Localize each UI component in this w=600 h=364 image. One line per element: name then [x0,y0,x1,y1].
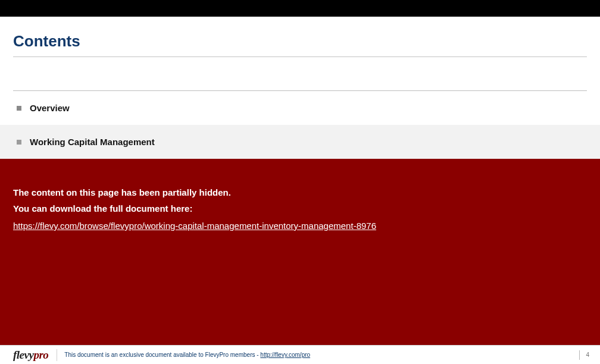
toc-row-working-capital: Working Capital Management [0,125,600,159]
slide-page: Contents Overview Working Capital Manage… [0,0,600,364]
footer-link[interactable]: http://flevy.com/pro [260,352,310,358]
page-number: 4 [586,352,589,358]
flevypro-logo: flevypro [13,349,48,362]
logo-text-pro: pro [33,349,48,362]
page-number-wrap: 4 [579,346,589,364]
square-bullet-icon [17,106,21,111]
logo-text-flevy: flevy [13,349,33,362]
footer-suffix: members - [229,352,260,358]
title-divider [13,57,587,57]
square-bullet-icon [17,140,21,145]
footer-divider [57,349,57,361]
footer: flevypro This document is an exclusive d… [0,345,600,364]
toc-item-label: Working Capital Management [30,137,155,147]
download-link[interactable]: https://flevy.com/browse/flevypro/workin… [13,221,376,231]
page-number-divider [579,350,580,360]
hidden-content-banner: The content on this page has been partia… [0,159,600,345]
top-black-bar [0,0,600,17]
toc-row-overview: Overview [13,91,587,125]
hidden-notice-line2: You can download the full document here: [13,203,587,214]
toc-item-label: Overview [30,103,70,113]
title-area: Contents [0,17,600,63]
footer-text: This document is an exclusive document a… [64,352,310,358]
page-title: Contents [13,32,587,51]
footer-prefix: This document is an exclusive document a… [64,352,205,358]
hidden-notice-line1: The content on this page has been partia… [13,187,587,197]
footer-brand: FlevyPro [205,352,229,358]
contents-body: Overview Working Capital Management [0,63,600,159]
